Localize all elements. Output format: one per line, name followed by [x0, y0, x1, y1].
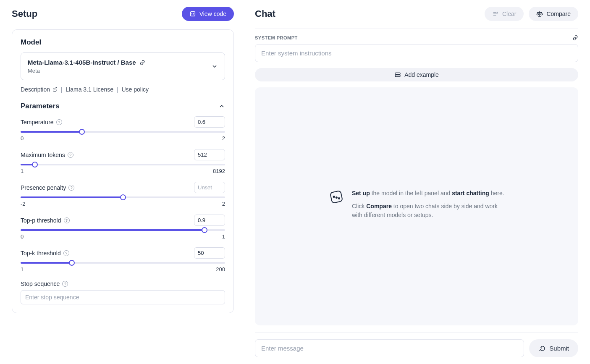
presence-penalty-input[interactable]: [194, 182, 225, 193]
system-prompt-input[interactable]: [255, 44, 578, 62]
model-vendor: Meta: [28, 68, 145, 74]
use-policy-link[interactable]: Use policy: [121, 86, 149, 93]
max-tokens-label: Maximum tokens ?: [21, 152, 73, 158]
max-tokens-min: 1: [21, 168, 24, 174]
param-temperature: Temperature ? 0 2: [21, 116, 225, 141]
top-k-label: Top-k threshold ?: [21, 250, 69, 257]
dice-icon: [328, 189, 344, 205]
model-meta-links: Description | Llama 3.1 License | Use po…: [21, 86, 225, 93]
setup-title: Setup: [12, 8, 37, 19]
temperature-slider[interactable]: [21, 131, 225, 133]
example-icon: [394, 71, 401, 78]
external-link-icon: [52, 87, 58, 92]
setup-panel: Setup View code Model Meta-Llama-3.1-405…: [0, 0, 246, 364]
chat-panel: Chat Clear: [246, 0, 590, 364]
empty-line-1: Set up the model in the left panel and s…: [352, 189, 505, 198]
message-input[interactable]: [255, 339, 524, 357]
presence-penalty-max: 2: [222, 201, 225, 207]
param-stop-sequence: Stop sequence ?: [21, 280, 225, 304]
empty-state: Set up the model in the left panel and s…: [328, 189, 505, 224]
presence-penalty-slider[interactable]: [21, 196, 225, 198]
submit-icon: [538, 345, 545, 352]
max-tokens-max: 8192: [213, 168, 225, 174]
help-icon[interactable]: ?: [62, 281, 68, 287]
temperature-label: Temperature ?: [21, 119, 62, 126]
max-tokens-input[interactable]: [194, 149, 225, 160]
license-link[interactable]: Llama 3.1 License: [66, 86, 113, 93]
top-p-max: 1: [222, 233, 225, 240]
link-icon: [139, 60, 145, 65]
presence-penalty-min: -2: [21, 201, 26, 207]
system-prompt-label: SYSTEM PROMPT: [255, 35, 298, 40]
clear-icon: [492, 10, 499, 17]
model-select[interactable]: Meta-Llama-3.1-405B-Instruct / Base Meta: [21, 52, 225, 80]
help-icon[interactable]: ?: [63, 250, 69, 256]
svg-line-1: [55, 88, 57, 90]
compare-button[interactable]: Compare: [529, 7, 578, 21]
help-icon[interactable]: ?: [64, 217, 70, 223]
help-icon[interactable]: ?: [68, 152, 73, 158]
top-p-slider[interactable]: [21, 229, 225, 231]
top-k-slider[interactable]: [21, 262, 225, 264]
stop-sequence-input[interactable]: [21, 290, 225, 304]
help-icon[interactable]: ?: [68, 185, 74, 191]
chevron-down-icon: [211, 63, 218, 70]
compare-label: Compare: [546, 10, 571, 17]
top-k-min: 1: [21, 266, 24, 272]
chat-body: Set up the model in the left panel and s…: [255, 87, 578, 325]
presence-penalty-label: Presence penalty ?: [21, 184, 74, 191]
temperature-max: 2: [222, 135, 225, 141]
add-example-label: Add example: [404, 71, 439, 78]
link-icon[interactable]: [572, 35, 578, 41]
clear-label: Clear: [502, 10, 516, 17]
top-k-max: 200: [216, 266, 225, 272]
temperature-input[interactable]: [194, 116, 225, 128]
param-presence-penalty: Presence penalty ? -2 2: [21, 182, 225, 207]
svg-rect-8: [395, 75, 400, 77]
top-k-input[interactable]: [194, 247, 225, 259]
chat-title: Chat: [255, 8, 275, 19]
model-name: Meta-Llama-3.1-405B-Instruct / Base: [28, 59, 136, 66]
submit-button[interactable]: Submit: [529, 339, 578, 357]
stop-sequence-label: Stop sequence ?: [21, 280, 68, 287]
submit-label: Submit: [549, 345, 569, 352]
svg-point-12: [338, 198, 340, 199]
svg-rect-0: [190, 12, 195, 16]
code-icon: [189, 10, 196, 17]
param-top-p: Top-p threshold ? 0 1: [21, 215, 225, 240]
scale-icon: [536, 10, 543, 17]
empty-line-2: Click Compare to open two chats side by …: [352, 202, 505, 220]
svg-rect-7: [395, 73, 400, 74]
help-icon[interactable]: ?: [56, 119, 62, 125]
param-max-tokens: Maximum tokens ? 1 8192: [21, 149, 225, 174]
chevron-up-icon: [218, 103, 225, 110]
parameters-toggle[interactable]: Parameters: [21, 102, 225, 110]
setup-card: Model Meta-Llama-3.1-405B-Instruct / Bas…: [12, 29, 234, 313]
svg-point-10: [333, 196, 335, 198]
temperature-min: 0: [21, 135, 24, 141]
max-tokens-slider[interactable]: [21, 164, 225, 165]
clear-button[interactable]: Clear: [485, 7, 524, 21]
top-p-min: 0: [21, 233, 24, 240]
view-code-label: View code: [199, 10, 226, 17]
description-link[interactable]: Description: [21, 86, 59, 93]
parameters-label: Parameters: [21, 102, 60, 110]
view-code-button[interactable]: View code: [182, 7, 234, 21]
param-top-k: Top-k threshold ? 1 200: [21, 247, 225, 272]
top-p-label: Top-p threshold ?: [21, 217, 70, 224]
svg-point-11: [336, 197, 337, 199]
top-p-input[interactable]: [194, 215, 225, 226]
model-section-label: Model: [21, 38, 225, 47]
add-example-button[interactable]: Add example: [255, 68, 578, 81]
